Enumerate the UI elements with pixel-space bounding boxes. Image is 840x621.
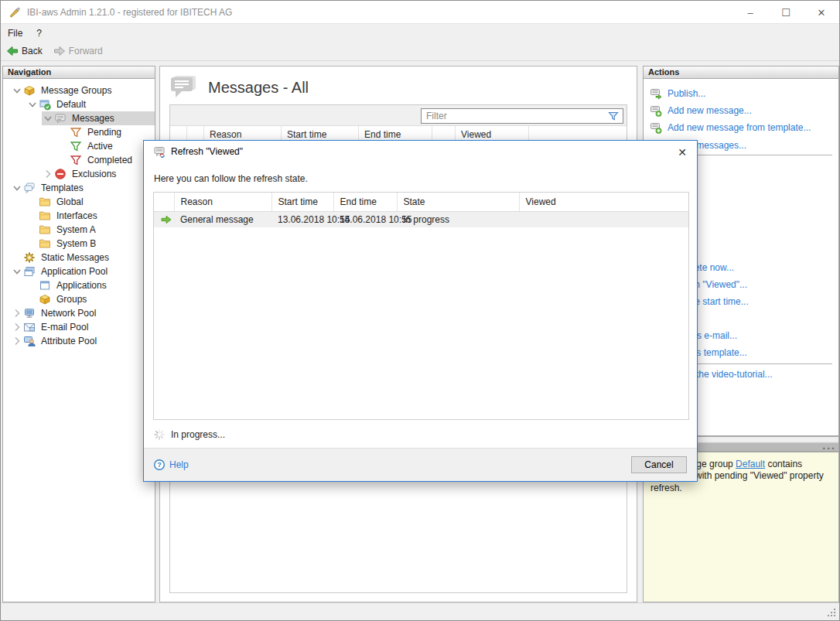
dialog-column-end-time[interactable]: End time (333, 193, 397, 212)
tree-item-default[interactable]: Default (3, 97, 155, 111)
default-group-link[interactable]: Default (736, 459, 765, 469)
chevron-spacer (57, 154, 70, 166)
filter-field[interactable] (421, 108, 623, 124)
filter-input[interactable] (422, 111, 608, 121)
dialog-status-line: In progress... (153, 428, 225, 441)
forward-button[interactable]: Forward (48, 43, 108, 59)
templates-icon (23, 182, 36, 194)
app-icon (9, 6, 21, 19)
attribute-icon (23, 335, 36, 347)
message-bubble-icon (54, 112, 67, 125)
tree-item-e-mail-pool[interactable]: E-mail Pool (3, 320, 155, 334)
tree-item-static-messages[interactable]: Static Messages (3, 251, 155, 264)
tree-item-global[interactable]: Global (3, 195, 155, 209)
funnel-green-icon (70, 140, 82, 152)
chevron-down-icon[interactable] (26, 98, 39, 111)
refresh-row-cell (519, 212, 688, 228)
tree-item-system-b[interactable]: System B (3, 237, 155, 251)
tree-item-label: Applications (54, 279, 109, 292)
application-icon (39, 279, 51, 292)
chevron-right-icon[interactable] (11, 307, 23, 319)
tree-item-attribute-pool[interactable]: Attribute Pool (3, 334, 155, 348)
tree-item-message-groups[interactable]: Message Groups (3, 84, 155, 97)
action-label: Add new message... (668, 105, 752, 116)
folder-icon (39, 237, 51, 250)
back-button[interactable]: Back (1, 43, 48, 59)
tree-item-applications[interactable]: Applications (3, 278, 155, 292)
dialog-column-state[interactable]: State (397, 193, 519, 212)
refresh-row-cell: 14.06.2018 10:55 (333, 212, 397, 228)
spinner-icon (153, 428, 166, 441)
close-button[interactable]: ✕ (804, 1, 839, 24)
tree-item-label: Completed (85, 154, 135, 166)
refresh-state-table: ReasonStart timeEnd timeStateViewedGener… (153, 192, 689, 420)
tree-item-active[interactable]: Active (3, 139, 155, 153)
tree-item-network-pool[interactable]: Network Pool (3, 306, 155, 320)
dialog-column-viewed[interactable]: Viewed (519, 193, 688, 212)
help-icon: ? (153, 459, 166, 471)
act-add-icon (650, 121, 662, 134)
title-bar: IBI-aws Admin 1.21.0 - registered for IB… (1, 1, 839, 24)
dialog-column-blank[interactable] (154, 193, 174, 212)
folder-icon (39, 223, 51, 236)
act-publish-icon (650, 87, 662, 100)
in-progress-arrow-icon (160, 213, 172, 226)
menu-file[interactable]: File (1, 26, 29, 40)
splitter-grip-icon[interactable]: ... (822, 442, 836, 449)
tree-item-pending[interactable]: Pending (3, 125, 155, 139)
refresh-dialog-icon (153, 145, 166, 158)
exclusion-icon (54, 168, 67, 180)
dialog-status-text: In progress... (171, 429, 225, 440)
dialog-column-reason[interactable]: Reason (174, 193, 271, 212)
tree-item-messages[interactable]: Messages (3, 111, 155, 125)
chevron-right-icon[interactable] (11, 321, 23, 333)
refresh-row-cell: 13.06.2018 10:55 (271, 212, 333, 228)
dialog-column-start-time[interactable]: Start time (271, 193, 333, 212)
chevron-down-icon[interactable] (11, 84, 23, 97)
minimize-button[interactable]: – (732, 1, 768, 24)
cancel-button[interactable]: Cancel (631, 456, 687, 473)
svg-text:?: ? (157, 461, 162, 469)
tree-item-application-pool[interactable]: Application Pool (3, 264, 155, 278)
chevron-down-icon[interactable] (42, 112, 54, 125)
maximize-button[interactable]: ☐ (768, 1, 804, 24)
tree-item-interfaces[interactable]: Interfaces (3, 209, 155, 223)
tree-item-label: E-mail Pool (39, 321, 90, 333)
resize-grip-icon[interactable] (826, 607, 837, 618)
chevron-spacer (26, 237, 39, 250)
window-title: IBI-aws Admin 1.21.0 - registered for IB… (27, 7, 232, 18)
filter-funnel-icon[interactable] (608, 111, 619, 121)
action-add-new-message-from-template[interactable]: Add new message from template... (650, 121, 811, 134)
dialog-footer: ? Help Cancel (144, 448, 697, 481)
funnel-orange-icon (70, 126, 82, 138)
refresh-row[interactable]: General message13.06.2018 10:5514.06.201… (154, 212, 688, 228)
tree-item-label: Groups (54, 293, 89, 305)
dialog-description: Here you can follow the refresh state. (144, 162, 697, 184)
action-publish[interactable]: Publish... (650, 87, 705, 100)
tree-item-label: System A (54, 223, 98, 236)
chevron-right-icon[interactable] (11, 335, 23, 347)
box-icon (23, 84, 36, 97)
chevron-spacer (26, 293, 39, 305)
tree-item-label: Message Groups (39, 84, 114, 97)
navigation-tree: Message GroupsDefaultMessagesPendingActi… (3, 79, 155, 348)
tree-item-templates[interactable]: Templates (3, 181, 155, 195)
refresh-row-cell (154, 212, 174, 228)
tree-item-system-a[interactable]: System A (3, 223, 155, 237)
tree-item-exclusions[interactable]: Exclusions (3, 167, 155, 181)
navigation-header: Navigation (2, 66, 155, 79)
chevron-spacer (26, 279, 39, 292)
chevron-right-icon[interactable] (42, 168, 54, 180)
action-add-new-message[interactable]: Add new message... (650, 104, 752, 117)
help-link[interactable]: ? Help (153, 459, 189, 471)
menu-help[interactable]: ? (29, 26, 49, 40)
chevron-down-icon[interactable] (11, 265, 23, 278)
tree-item-completed[interactable]: Completed (3, 153, 155, 167)
tree-item-groups[interactable]: Groups (3, 292, 155, 306)
navigation-panel: Navigation Message GroupsDefaultMessages… (2, 66, 155, 602)
chevron-spacer (57, 126, 70, 138)
refresh-row-cell: In progress (397, 212, 519, 228)
dialog-close-icon[interactable]: ✕ (675, 145, 689, 159)
chevron-down-icon[interactable] (11, 182, 23, 194)
forward-label: Forward (69, 46, 103, 56)
